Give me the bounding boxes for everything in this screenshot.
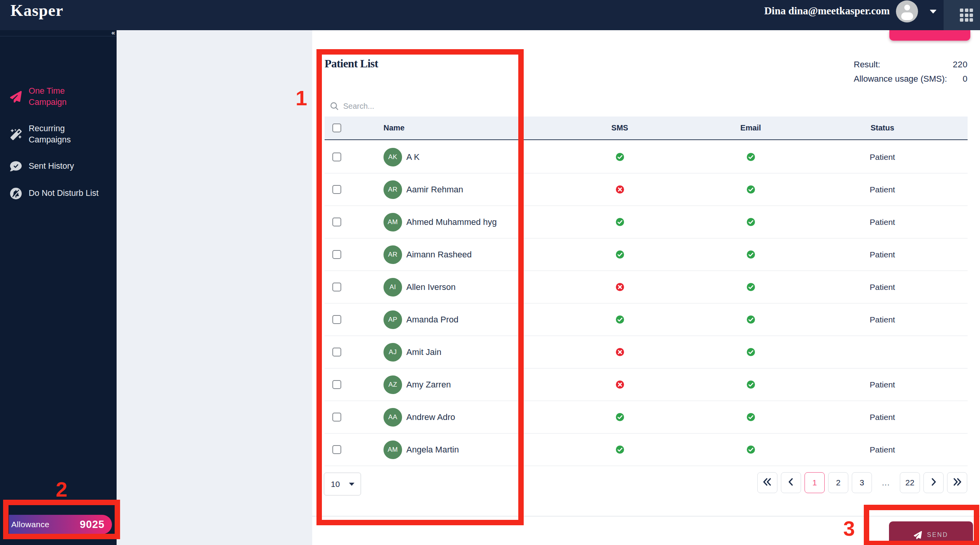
email-status-cell bbox=[682, 380, 820, 389]
result-value: 220 bbox=[953, 60, 968, 70]
sms-status-cell bbox=[558, 283, 682, 291]
sidebar-item-label: Do Not Disturb List bbox=[29, 188, 98, 199]
sidebar-item-label: Recurring Campaigns bbox=[29, 123, 106, 146]
check-circle-icon bbox=[616, 413, 624, 422]
check-circle-icon bbox=[616, 250, 624, 259]
cross-circle-icon bbox=[616, 185, 624, 194]
check-circle-icon bbox=[746, 445, 755, 454]
check-circle-icon bbox=[616, 153, 624, 161]
sms-status-cell bbox=[558, 315, 682, 324]
pagination-next-button[interactable] bbox=[923, 472, 944, 493]
pagination-page-22-button[interactable]: 22 bbox=[900, 472, 920, 493]
user-account-label: Dina dina@meetkasper.com bbox=[764, 5, 890, 17]
annotation-box-3 bbox=[864, 505, 979, 545]
check-circle-icon bbox=[746, 218, 755, 226]
check-circle-icon bbox=[746, 250, 755, 259]
pagination-page-3-button[interactable]: 3 bbox=[852, 472, 872, 493]
patient-status: Patient bbox=[870, 380, 895, 389]
allowance-usage-row: Allowance usage (SMS): 0 bbox=[854, 74, 968, 84]
patient-status: Patient bbox=[870, 413, 895, 422]
email-status-cell bbox=[682, 185, 820, 194]
chevron-prev-icon bbox=[786, 477, 796, 487]
sms-status-cell bbox=[558, 250, 682, 259]
sidebar-collapse-icon[interactable]: « bbox=[112, 29, 115, 36]
pagination-page-1-button[interactable]: 1 bbox=[805, 472, 825, 493]
sidebar-item-recurring-campaigns[interactable]: Recurring Campaigns bbox=[0, 123, 117, 146]
cross-circle-icon bbox=[616, 380, 624, 389]
column-header-status: Status bbox=[820, 123, 945, 132]
annotation-label-2: 2 bbox=[56, 477, 67, 501]
chevron-next-icon bbox=[928, 477, 939, 487]
sms-status-cell bbox=[558, 348, 682, 356]
sms-status-cell bbox=[558, 380, 682, 389]
patient-status: Patient bbox=[870, 185, 895, 194]
pagination-prev-button[interactable] bbox=[781, 472, 801, 493]
sms-status-cell bbox=[558, 153, 682, 161]
top-navbar: Kasper Dina dina@meetkasper.com bbox=[0, 0, 980, 30]
sidebar: « One Time Campaign Recurring Campaigns … bbox=[0, 30, 117, 545]
account-menu-caret-icon[interactable] bbox=[930, 10, 937, 14]
check-circle-icon bbox=[746, 283, 755, 291]
sms-status-cell bbox=[558, 218, 682, 226]
allowance-usage-label: Allowance usage (SMS): bbox=[854, 74, 947, 84]
paper-plane-icon bbox=[10, 91, 22, 103]
result-summary-row: Result: 220 bbox=[854, 60, 968, 70]
check-circle-icon bbox=[616, 445, 624, 454]
pink-action-button[interactable] bbox=[889, 30, 970, 41]
annotation-box-2 bbox=[3, 500, 120, 539]
person-icon bbox=[904, 5, 910, 10]
chevron-first-icon bbox=[762, 477, 772, 487]
email-status-cell bbox=[682, 250, 820, 259]
pagination: 123...22 bbox=[757, 472, 967, 493]
sidebar-item-sent-history[interactable]: Sent History bbox=[0, 161, 117, 172]
sidebar-item-do-not-disturb[interactable]: Do Not Disturb List bbox=[0, 188, 117, 199]
apps-menu-button[interactable] bbox=[944, 0, 980, 30]
email-status-cell bbox=[682, 283, 820, 291]
patient-status: Patient bbox=[870, 445, 895, 454]
check-circle-icon bbox=[746, 380, 755, 389]
patient-status: Patient bbox=[870, 218, 895, 227]
email-status-cell bbox=[682, 218, 820, 226]
apps-grid-icon bbox=[960, 9, 973, 22]
sms-status-cell bbox=[558, 185, 682, 194]
pagination-page-2-button[interactable]: 2 bbox=[828, 472, 848, 493]
cross-circle-icon bbox=[616, 283, 624, 291]
bell-off-icon bbox=[10, 187, 22, 200]
sidebar-item-label: One Time Campaign bbox=[29, 86, 95, 108]
email-status-cell bbox=[682, 445, 820, 454]
allowance-usage-value: 0 bbox=[963, 74, 968, 84]
sidebar-item-one-time-campaign[interactable]: One Time Campaign bbox=[0, 85, 117, 108]
chat-check-icon bbox=[10, 160, 22, 172]
result-label: Result: bbox=[854, 60, 880, 70]
patient-status: Patient bbox=[870, 153, 895, 162]
user-avatar[interactable] bbox=[896, 0, 918, 22]
email-status-cell bbox=[682, 348, 820, 356]
column-header-email: Email bbox=[682, 123, 820, 132]
sms-status-cell bbox=[558, 445, 682, 454]
check-circle-icon bbox=[746, 348, 755, 356]
patient-status: Patient bbox=[870, 250, 895, 259]
magic-wand-icon bbox=[10, 129, 22, 140]
sidebar-item-label: Sent History bbox=[29, 161, 74, 172]
cross-circle-icon bbox=[616, 348, 624, 356]
email-status-cell bbox=[682, 153, 820, 161]
email-status-cell bbox=[682, 413, 820, 422]
check-circle-icon bbox=[616, 315, 624, 324]
content-left-panel bbox=[117, 30, 312, 545]
patient-status: Patient bbox=[870, 315, 895, 324]
pagination-last-button[interactable] bbox=[947, 472, 967, 493]
column-header-sms: SMS bbox=[558, 123, 682, 132]
check-circle-icon bbox=[746, 153, 755, 161]
pagination-ellipsis: ... bbox=[875, 478, 896, 487]
annotation-label-3: 3 bbox=[843, 516, 855, 540]
check-circle-icon bbox=[616, 218, 624, 226]
check-circle-icon bbox=[746, 185, 755, 194]
pagination-first-button[interactable] bbox=[757, 472, 777, 493]
check-circle-icon bbox=[746, 413, 755, 422]
email-status-cell bbox=[682, 315, 820, 324]
annotation-box-1 bbox=[316, 49, 524, 525]
sidebar-top-strip: « bbox=[0, 30, 117, 36]
person-shoulders-icon bbox=[901, 12, 913, 20]
chevron-last-icon bbox=[952, 477, 962, 487]
check-circle-icon bbox=[746, 315, 755, 324]
